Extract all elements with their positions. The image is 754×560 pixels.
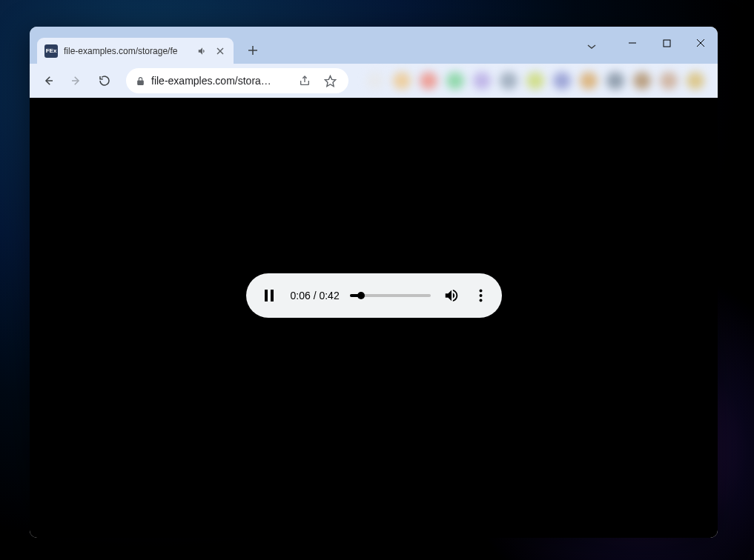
site-lock-icon[interactable] [135, 76, 145, 86]
progress-slider[interactable] [350, 294, 431, 297]
svg-point-16 [480, 299, 483, 302]
extension-icon[interactable] [633, 72, 651, 90]
share-button[interactable] [295, 71, 314, 90]
titlebar: FEx file-examples.com/storage/fe [30, 27, 718, 64]
page-content: 0:06 / 0:42 [30, 98, 718, 538]
svg-marker-11 [325, 76, 335, 86]
window-controls [615, 27, 718, 64]
maximize-button[interactable] [649, 31, 684, 55]
extension-icon[interactable] [526, 72, 544, 90]
time-display: 0:06 / 0:42 [291, 290, 340, 301]
extension-icon[interactable] [580, 72, 598, 90]
bookmark-button[interactable] [320, 71, 340, 90]
volume-button[interactable] [441, 285, 462, 306]
minimize-button[interactable] [615, 31, 649, 55]
extension-icon[interactable] [446, 72, 464, 90]
tab-close-button[interactable] [214, 45, 226, 57]
back-button[interactable] [36, 68, 61, 93]
browser-window: FEx file-examples.com/storage/fe [30, 27, 718, 538]
forward-button[interactable] [64, 68, 89, 93]
extension-icon[interactable] [420, 72, 437, 90]
extension-icon[interactable] [393, 72, 411, 90]
pause-button[interactable] [258, 284, 280, 307]
address-bar[interactable]: file-examples.com/stora… [126, 68, 348, 93]
extension-icon[interactable] [366, 72, 384, 90]
audio-playing-icon[interactable] [196, 45, 208, 57]
new-tab-button[interactable] [242, 40, 263, 61]
progress-fill [350, 294, 361, 297]
extensions-area [351, 70, 712, 92]
extension-icon[interactable] [473, 72, 491, 90]
reload-button[interactable] [92, 68, 117, 93]
svg-rect-13 [271, 290, 274, 301]
progress-thumb[interactable] [357, 292, 365, 299]
tab-title: file-examples.com/storage/fe [64, 46, 191, 56]
audio-player: 0:06 / 0:42 [246, 273, 502, 318]
more-options-button[interactable] [472, 285, 490, 306]
extension-icon[interactable] [660, 72, 678, 90]
svg-point-14 [480, 290, 483, 293]
svg-point-15 [480, 294, 483, 297]
url-text: file-examples.com/stora… [151, 75, 289, 87]
tab-favicon: FEx [44, 44, 58, 58]
tab-search-dropdown[interactable] [581, 36, 603, 58]
extension-icon[interactable] [606, 72, 624, 90]
browser-tab[interactable]: FEx file-examples.com/storage/fe [37, 38, 234, 64]
extension-icon[interactable] [687, 72, 704, 90]
toolbar: file-examples.com/stora… [30, 64, 718, 98]
extension-icon[interactable] [553, 72, 571, 90]
svg-rect-5 [664, 40, 670, 47]
close-window-button[interactable] [684, 31, 718, 55]
svg-rect-12 [265, 290, 268, 301]
extension-icon[interactable] [500, 72, 517, 90]
